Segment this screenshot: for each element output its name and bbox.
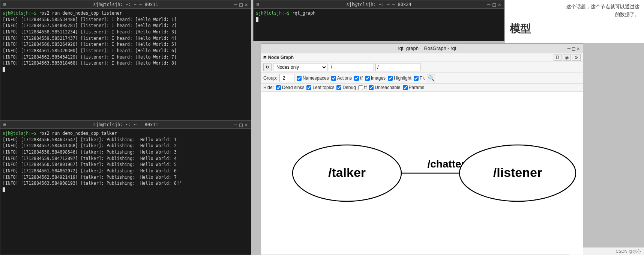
close-icon[interactable]: ✕ — [498, 2, 501, 7]
tf-hide-checkbox-group[interactable]: tf — [358, 85, 367, 90]
toolbar-row1: ↻ Nodes only Nodes/Topics (all) Nodes/To… — [261, 62, 583, 73]
rqt-maximize-icon[interactable]: □ — [572, 45, 575, 51]
nodes-dropdown[interactable]: Nodes only Nodes/Topics (all) Nodes/Topi… — [273, 63, 327, 71]
actions-label: Actions — [337, 75, 352, 81]
listener-node-label: /listener — [493, 165, 542, 180]
listener-line-3: [INFO] [1712884558.585112234] [listener]… — [3, 29, 249, 35]
tf-hide-checkbox[interactable] — [358, 85, 363, 90]
rqt-graph-area[interactable]: /talker /chatter /listener — [261, 92, 583, 255]
talker-prompt: sjh@tclsjh:~$ — [3, 131, 36, 136]
leaf-topics-checkbox[interactable] — [306, 85, 311, 90]
csdn-text: 这个话题，这个节点就可以通过这 的数据了。 — [510, 3, 639, 19]
actions-checkbox-group[interactable]: Actions — [331, 75, 352, 81]
terminal-talker: ⊞ sjh@tclsjh: ~: ~ — 80x11 ─ □ ✕ sjh@tcl… — [0, 120, 251, 255]
fit-checkbox-group[interactable]: Fit — [414, 75, 425, 81]
maximize-icon[interactable]: □ — [239, 2, 242, 7]
minimize-icon[interactable]: ─ — [234, 2, 237, 7]
terminal-listener-body: sjh@tclsjh:~$ ros2 run demo_nodes_cpp li… — [0, 9, 251, 120]
node-graph-svg: /talker /chatter /listener — [268, 102, 576, 244]
terminal-middle-controls[interactable]: ─ □ ✕ — [487, 2, 501, 7]
tf-checkbox[interactable] — [354, 76, 359, 81]
middle-cursor-line — [256, 17, 502, 23]
filter1-input[interactable] — [329, 63, 374, 71]
talker-command: ros2 run demo_nodes_cpp talker — [36, 131, 117, 136]
leaf-topics-label: Leaf topics — [312, 85, 334, 90]
listener-line-2: [INFO] [1712884557.584895281] [listener]… — [3, 23, 249, 29]
terminal-middle-prompt-line: sjh@tclsjh:~$ rqt_graph — [256, 10, 502, 17]
listener-line-7: [INFO] [1712884562.585434129] [listener]… — [3, 54, 249, 60]
topic-label: /chatter — [427, 158, 465, 170]
highlight-checkbox-group[interactable]: Highlight — [388, 75, 411, 81]
talker-cursor — [3, 187, 5, 192]
terminal-icon-middle: ⊞ — [257, 2, 259, 7]
leaf-topics-checkbox-group[interactable]: Leaf topics — [306, 85, 334, 90]
rqt-close-icon[interactable]: ✕ — [577, 45, 580, 51]
debug-checkbox-group[interactable]: Debug — [336, 85, 356, 90]
terminal-icon-talker: ⊞ — [3, 122, 6, 127]
close-icon[interactable]: ✕ — [245, 122, 248, 127]
listener-line-6: [INFO] [1712884561.585320300] [listener]… — [3, 48, 249, 54]
namespaces-checkbox-group[interactable]: Namespaces — [297, 75, 329, 81]
talker-line-8: [INFO] [1712884563.584908193] [talker]: … — [3, 180, 249, 187]
terminal-talker-prompt-line: sjh@tclsjh:~$ ros2 run demo_nodes_cpp ta… — [3, 130, 249, 137]
rqt-graph-window: rqt_graph__RosGraph - rqt ─ □ ✕ ⊞ Node G… — [261, 43, 583, 255]
terminal-talker-titlebar: ⊞ sjh@tclsjh: ~: ~ — 80x11 ─ □ ✕ — [0, 121, 251, 129]
maximize-icon[interactable]: □ — [239, 122, 242, 127]
talker-line-4: [INFO] [1712884559.584712897] [talker]: … — [3, 155, 249, 162]
tf-checkbox-group[interactable]: tf — [354, 75, 363, 81]
terminal-listener-controls[interactable]: ─ □ ✕ — [234, 2, 248, 7]
terminal-talker-title: sjh@tclsjh: ~: ~ — 80x11 — [93, 122, 158, 127]
tf-hide-label: tf — [364, 85, 367, 90]
group-spinbox[interactable] — [279, 74, 294, 82]
listener-prompt: sjh@tclsjh:~$ — [3, 11, 36, 16]
debug-checkbox[interactable] — [336, 85, 341, 90]
dead-sinks-checkbox[interactable] — [276, 85, 281, 90]
images-checkbox-group[interactable]: Images — [365, 75, 386, 81]
minimize-icon[interactable]: ─ — [487, 2, 490, 7]
csdn-panel: 这个话题，这个节点就可以通过这 的数据了。 模型 — [505, 0, 644, 43]
actions-checkbox[interactable] — [331, 76, 336, 81]
rqt-minimize-icon[interactable]: ─ — [567, 45, 570, 51]
params-checkbox[interactable] — [403, 85, 408, 90]
tf-label: tf — [360, 75, 363, 81]
csdn-line2: 的数据了。 — [510, 11, 639, 19]
unreachable-checkbox[interactable] — [369, 85, 374, 90]
minimize-icon[interactable]: ─ — [234, 122, 237, 127]
middle-command: rqt_graph — [290, 11, 315, 16]
listener-cursor-line — [3, 66, 249, 73]
params-label: Params — [409, 85, 424, 90]
listener-line-1: [INFO] [1712884556.585534488] [listener]… — [3, 17, 249, 23]
highlight-checkbox[interactable] — [388, 76, 393, 81]
csdn-line1: 这个话题，这个节点就可以通过这 — [510, 3, 639, 11]
fit-checkbox[interactable] — [414, 76, 419, 81]
talker-node-label: /talker — [328, 165, 366, 180]
unreachable-checkbox-group[interactable]: Unreachable — [369, 85, 400, 90]
terminal-listener-titlebar: ⊞ sjh@tclsjh: ~: ~ — 80x11 ─ □ ✕ — [0, 0, 251, 9]
d-buttons-group[interactable]: D ◉ ⚙ — [554, 54, 581, 61]
close-icon[interactable]: ✕ — [245, 2, 248, 7]
dot-button[interactable]: ◉ — [563, 54, 571, 61]
toolbar-row2: Group: Namespaces Actions tf Images High… — [261, 73, 583, 84]
images-checkbox[interactable] — [365, 76, 370, 81]
talker-line-6: [INFO] [1712884561.584862072] [talker]: … — [3, 168, 249, 174]
settings-icon[interactable]: ⚙ — [572, 54, 581, 61]
dead-sinks-checkbox-group[interactable]: Dead sinks — [276, 85, 304, 90]
filter2-input[interactable] — [375, 63, 420, 71]
toolbar-row3: Hide: Dead sinks Leaf topics Debug tf Un… — [261, 84, 583, 92]
d-button[interactable]: D — [554, 54, 561, 61]
listener-line-5: [INFO] [1712884560.585264920] [listener]… — [3, 41, 249, 48]
params-checkbox-group[interactable]: Params — [403, 85, 424, 90]
search-button[interactable]: 🔍 — [427, 74, 435, 82]
images-label: Images — [371, 75, 386, 81]
terminal-talker-controls[interactable]: ─ □ ✕ — [234, 122, 248, 127]
terminal-listener-title: sjh@tclsjh: ~: ~ — 80x11 — [93, 2, 158, 7]
highlight-label: Highlight — [394, 75, 411, 81]
rqt-title-controls[interactable]: ─ □ ✕ — [567, 45, 580, 51]
talker-line-1: [INFO] [1712884556.584637547] [talker]: … — [3, 137, 249, 143]
refresh-button[interactable]: ↻ — [263, 63, 272, 71]
talker-line-3: [INFO] [1712884558.584698546] [talker]: … — [3, 149, 249, 155]
maximize-icon[interactable]: □ — [492, 2, 495, 7]
namespaces-label: Namespaces — [303, 75, 329, 81]
csdn-footer-text: CSDN @水心 — [616, 249, 641, 254]
namespaces-checkbox[interactable] — [297, 76, 302, 81]
